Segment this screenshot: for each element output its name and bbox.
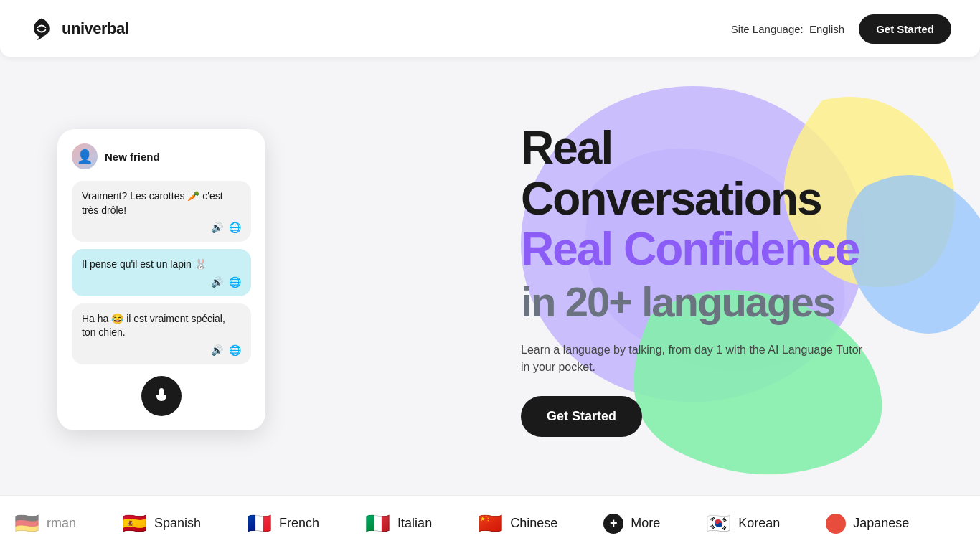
message-text-2: Il pense qu'il est un lapin 🐰 <box>82 258 241 272</box>
mic-icon <box>153 387 170 405</box>
language-item-more[interactable]: + More <box>580 514 683 534</box>
language-bar: 🇩🇪 rman 🇪🇸 Spanish 🇫🇷 French 🇮🇹 Italian … <box>0 495 980 551</box>
lang-name-chinese: Chinese <box>510 516 557 531</box>
logo-text: univerbal <box>62 19 128 38</box>
flag-italian: 🇮🇹 <box>365 514 390 534</box>
flag-chinese: 🇨🇳 <box>478 514 503 534</box>
language-item-korean[interactable]: 🇰🇷 Korean <box>683 514 803 534</box>
message-actions-2: 🔊 🌐 <box>82 276 241 288</box>
flag-french: 🇫🇷 <box>247 514 272 534</box>
navbar: univerbal Site Language: English Get Sta… <box>0 0 980 57</box>
logo-area: univerbal <box>29 16 128 42</box>
chat-card: 👤 New friend Vraiment? Les carottes 🥕 c'… <box>57 129 265 430</box>
lang-name-french: French <box>279 516 319 531</box>
translate-icon-2[interactable]: 🌐 <box>229 276 241 288</box>
language-item-japanese[interactable]: Japanese <box>803 514 932 534</box>
speaker-icon-2[interactable]: 🔊 <box>211 276 223 288</box>
lang-name-italian: Italian <box>397 516 432 531</box>
message-actions-3: 🔊 🌐 <box>82 344 241 356</box>
message-bubble-2: Il pense qu'il est un lapin 🐰 🔊 🌐 <box>72 249 251 296</box>
flag-spanish: 🇪🇸 <box>122 514 147 534</box>
language-item-chinese[interactable]: 🇨🇳 Chinese <box>455 514 580 534</box>
lang-name-german: rman <box>47 516 76 531</box>
language-item-italian[interactable]: 🇮🇹 Italian <box>342 514 455 534</box>
hero-title-line2: Real Confidence <box>521 224 923 274</box>
speaker-icon-1[interactable]: 🔊 <box>211 222 223 233</box>
message-actions-1: 🔊 🌐 <box>82 222 241 233</box>
hero-section: 👤 New friend Vraiment? Les carottes 🥕 c'… <box>0 57 980 495</box>
site-language-label: Site Language: English <box>731 23 844 35</box>
get-started-button-hero[interactable]: Get Started <box>521 396 642 437</box>
translate-icon-1[interactable]: 🌐 <box>229 222 241 233</box>
hero-title-line3: in 20+ languages <box>521 277 923 327</box>
language-item-german[interactable]: 🇩🇪 rman <box>14 514 99 534</box>
translate-icon-3[interactable]: 🌐 <box>229 344 241 356</box>
flag-german: 🇩🇪 <box>14 514 39 534</box>
hero-description: Learn a language by talking, from day 1 … <box>521 342 865 376</box>
message-bubble-3: Ha ha 😂 il est vraiment spécial, ton chi… <box>72 303 251 364</box>
flag-japanese <box>826 514 846 534</box>
language-item-french[interactable]: 🇫🇷 French <box>224 514 342 534</box>
flag-korean: 🇰🇷 <box>706 514 731 534</box>
lang-name-japanese: Japanese <box>853 516 909 531</box>
message-bubble-1: Vraiment? Les carottes 🥕 c'est très drôl… <box>72 181 251 242</box>
logo-icon <box>29 16 55 42</box>
hero-content: Real Conversations Real Confidence in 20… <box>521 123 923 437</box>
speaker-icon-3[interactable]: 🔊 <box>211 344 223 356</box>
get-started-button-nav[interactable]: Get Started <box>859 14 951 44</box>
friend-name: New friend <box>105 151 160 163</box>
mic-button[interactable] <box>141 376 182 416</box>
chat-header: 👤 New friend <box>72 143 251 169</box>
avatar: 👤 <box>72 143 98 169</box>
nav-right: Site Language: English Get Started <box>731 14 951 44</box>
language-item-spanish[interactable]: 🇪🇸 Spanish <box>99 514 224 534</box>
more-icon: + <box>603 514 623 534</box>
message-text-3: Ha ha 😂 il est vraiment spécial, ton chi… <box>82 312 241 340</box>
message-text-1: Vraiment? Les carottes 🥕 c'est très drôl… <box>82 189 241 217</box>
lang-name-spanish: Spanish <box>154 516 201 531</box>
hero-title-line1: Real Conversations <box>521 123 923 224</box>
lang-name-more: More <box>631 516 660 531</box>
lang-name-korean: Korean <box>738 516 780 531</box>
